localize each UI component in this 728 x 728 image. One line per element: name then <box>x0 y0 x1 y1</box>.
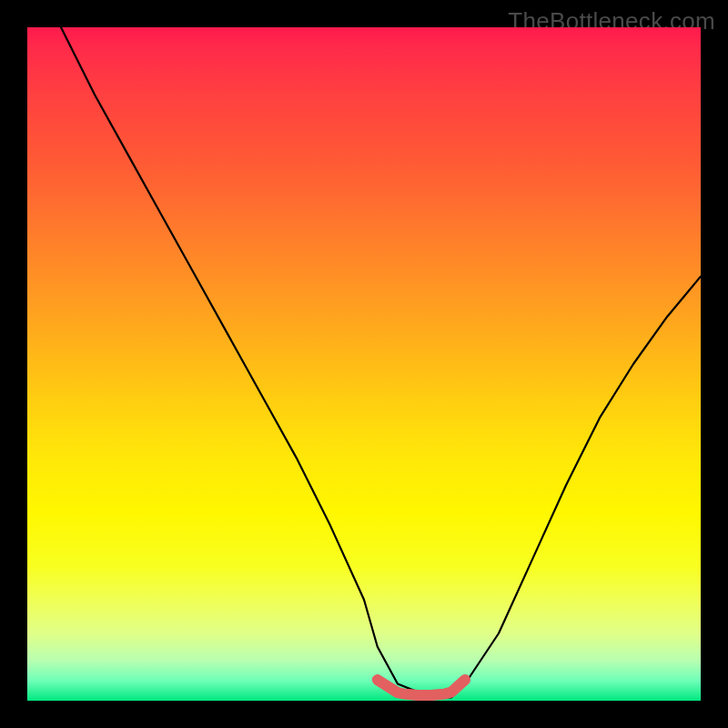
plot-area <box>27 27 701 701</box>
chart-frame: TheBottleneck.com <box>0 0 728 728</box>
optimal-range-marker <box>378 680 465 695</box>
curve-layer <box>27 27 701 701</box>
bottleneck-curve <box>61 27 701 697</box>
